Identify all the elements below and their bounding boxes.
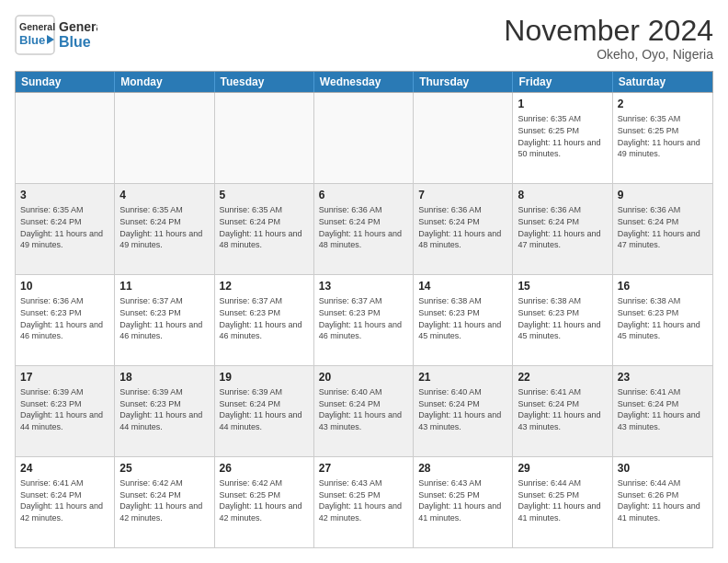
day-info: Sunrise: 6:36 AM Sunset: 6:24 PM Dayligh… <box>418 204 507 250</box>
cal-cell: 1Sunrise: 6:35 AM Sunset: 6:25 PM Daylig… <box>513 93 612 183</box>
day-info: Sunrise: 6:35 AM Sunset: 6:24 PM Dayligh… <box>20 204 109 250</box>
day-info: Sunrise: 6:44 AM Sunset: 6:26 PM Dayligh… <box>618 477 708 523</box>
cal-cell: 20Sunrise: 6:40 AM Sunset: 6:24 PM Dayli… <box>314 366 414 456</box>
cal-header-cell: Sunday <box>16 72 115 92</box>
day-info: Sunrise: 6:42 AM Sunset: 6:25 PM Dayligh… <box>220 477 309 523</box>
day-info: Sunrise: 6:36 AM Sunset: 6:23 PM Dayligh… <box>20 295 109 341</box>
cal-cell: 16Sunrise: 6:38 AM Sunset: 6:23 PM Dayli… <box>613 275 712 365</box>
cal-cell: 30Sunrise: 6:44 AM Sunset: 6:26 PM Dayli… <box>613 457 712 547</box>
cal-header-cell: Tuesday <box>215 72 314 92</box>
day-info: Sunrise: 6:35 AM Sunset: 6:24 PM Dayligh… <box>119 204 209 250</box>
day-number: 6 <box>319 188 408 202</box>
day-info: Sunrise: 6:41 AM Sunset: 6:24 PM Dayligh… <box>518 386 607 432</box>
cal-cell: 6Sunrise: 6:36 AM Sunset: 6:24 PM Daylig… <box>314 184 414 274</box>
day-info: Sunrise: 6:40 AM Sunset: 6:24 PM Dayligh… <box>319 386 408 432</box>
cal-cell: 9Sunrise: 6:36 AM Sunset: 6:24 PM Daylig… <box>613 184 712 274</box>
cal-cell: 28Sunrise: 6:43 AM Sunset: 6:25 PM Dayli… <box>414 457 513 547</box>
cal-cell: 18Sunrise: 6:39 AM Sunset: 6:23 PM Dayli… <box>115 366 214 456</box>
cal-cell: 19Sunrise: 6:39 AM Sunset: 6:24 PM Dayli… <box>215 366 314 456</box>
day-number: 12 <box>220 279 309 293</box>
day-number: 16 <box>618 279 708 293</box>
day-number: 22 <box>518 370 607 385</box>
day-number: 5 <box>220 188 309 202</box>
day-number: 10 <box>20 279 109 293</box>
day-number: 11 <box>119 279 209 293</box>
day-info: Sunrise: 6:40 AM Sunset: 6:24 PM Dayligh… <box>418 386 507 432</box>
day-info: Sunrise: 6:38 AM Sunset: 6:23 PM Dayligh… <box>518 295 607 341</box>
day-info: Sunrise: 6:36 AM Sunset: 6:24 PM Dayligh… <box>319 204 408 250</box>
svg-text:Blue: Blue <box>59 34 91 50</box>
cal-cell <box>314 93 414 183</box>
cal-cell: 4Sunrise: 6:35 AM Sunset: 6:24 PM Daylig… <box>115 184 214 274</box>
cal-cell: 10Sunrise: 6:36 AM Sunset: 6:23 PM Dayli… <box>16 275 115 365</box>
day-number: 24 <box>20 461 109 476</box>
cal-cell: 3Sunrise: 6:35 AM Sunset: 6:24 PM Daylig… <box>16 184 115 274</box>
day-number: 28 <box>418 461 507 476</box>
day-number: 21 <box>418 370 507 385</box>
day-number: 4 <box>119 188 209 202</box>
cal-cell: 17Sunrise: 6:39 AM Sunset: 6:23 PM Dayli… <box>16 366 115 456</box>
svg-text:Blue: Blue <box>19 33 45 47</box>
cal-cell: 2Sunrise: 6:35 AM Sunset: 6:25 PM Daylig… <box>613 93 712 183</box>
day-info: Sunrise: 6:44 AM Sunset: 6:25 PM Dayligh… <box>518 477 607 523</box>
day-info: Sunrise: 6:38 AM Sunset: 6:23 PM Dayligh… <box>418 295 507 341</box>
cal-cell: 29Sunrise: 6:44 AM Sunset: 6:25 PM Dayli… <box>513 457 612 547</box>
calendar-body: 1Sunrise: 6:35 AM Sunset: 6:25 PM Daylig… <box>15 93 713 548</box>
cal-week: 3Sunrise: 6:35 AM Sunset: 6:24 PM Daylig… <box>16 184 712 275</box>
cal-header-cell: Wednesday <box>314 72 414 92</box>
day-info: Sunrise: 6:41 AM Sunset: 6:24 PM Dayligh… <box>618 386 708 432</box>
svg-text:General: General <box>59 19 97 34</box>
cal-week: 17Sunrise: 6:39 AM Sunset: 6:23 PM Dayli… <box>16 366 712 457</box>
cal-cell: 15Sunrise: 6:38 AM Sunset: 6:23 PM Dayli… <box>513 275 612 365</box>
header: General Blue General Blue November 2024 … <box>15 15 713 62</box>
cal-cell: 12Sunrise: 6:37 AM Sunset: 6:23 PM Dayli… <box>215 275 314 365</box>
svg-text:General: General <box>19 21 55 32</box>
cal-cell: 7Sunrise: 6:36 AM Sunset: 6:24 PM Daylig… <box>414 184 513 274</box>
day-info: Sunrise: 6:36 AM Sunset: 6:24 PM Dayligh… <box>518 204 607 250</box>
cal-cell <box>115 93 214 183</box>
title-block: November 2024 Okeho, Oyo, Nigeria <box>504 15 713 62</box>
cal-cell: 21Sunrise: 6:40 AM Sunset: 6:24 PM Dayli… <box>414 366 513 456</box>
cal-cell: 5Sunrise: 6:35 AM Sunset: 6:24 PM Daylig… <box>215 184 314 274</box>
day-number: 3 <box>20 188 109 202</box>
day-info: Sunrise: 6:35 AM Sunset: 6:25 PM Dayligh… <box>618 113 708 159</box>
day-number: 29 <box>518 461 607 476</box>
cal-cell: 13Sunrise: 6:37 AM Sunset: 6:23 PM Dayli… <box>314 275 414 365</box>
day-number: 23 <box>618 370 708 385</box>
day-info: Sunrise: 6:39 AM Sunset: 6:24 PM Dayligh… <box>220 386 309 432</box>
day-number: 15 <box>518 279 607 293</box>
day-info: Sunrise: 6:37 AM Sunset: 6:23 PM Dayligh… <box>220 295 309 341</box>
cal-cell <box>414 93 513 183</box>
day-info: Sunrise: 6:42 AM Sunset: 6:24 PM Dayligh… <box>119 477 209 523</box>
day-number: 25 <box>119 461 209 476</box>
day-info: Sunrise: 6:43 AM Sunset: 6:25 PM Dayligh… <box>418 477 507 523</box>
day-info: Sunrise: 6:35 AM Sunset: 6:24 PM Dayligh… <box>220 204 309 250</box>
day-number: 13 <box>319 279 408 293</box>
cal-header-cell: Monday <box>115 72 214 92</box>
day-number: 20 <box>319 370 408 385</box>
calendar-header: SundayMondayTuesdayWednesdayThursdayFrid… <box>15 71 713 93</box>
day-info: Sunrise: 6:35 AM Sunset: 6:25 PM Dayligh… <box>518 113 607 159</box>
cal-header-cell: Friday <box>513 72 612 92</box>
cal-cell: 26Sunrise: 6:42 AM Sunset: 6:25 PM Dayli… <box>215 457 314 547</box>
day-number: 17 <box>20 370 109 385</box>
day-info: Sunrise: 6:37 AM Sunset: 6:23 PM Dayligh… <box>119 295 209 341</box>
day-info: Sunrise: 6:39 AM Sunset: 6:23 PM Dayligh… <box>20 386 109 432</box>
day-number: 18 <box>119 370 209 385</box>
cal-cell: 27Sunrise: 6:43 AM Sunset: 6:25 PM Dayli… <box>314 457 414 547</box>
day-info: Sunrise: 6:39 AM Sunset: 6:23 PM Dayligh… <box>119 386 209 432</box>
day-info: Sunrise: 6:37 AM Sunset: 6:23 PM Dayligh… <box>319 295 408 341</box>
day-number: 1 <box>518 97 607 111</box>
cal-header-cell: Thursday <box>414 72 513 92</box>
calendar: SundayMondayTuesdayWednesdayThursdayFrid… <box>15 71 713 548</box>
cal-cell: 22Sunrise: 6:41 AM Sunset: 6:24 PM Dayli… <box>513 366 612 456</box>
page: General Blue General Blue November 2024 … <box>0 0 728 563</box>
day-number: 14 <box>418 279 507 293</box>
subtitle: Okeho, Oyo, Nigeria <box>504 47 713 62</box>
day-number: 19 <box>220 370 309 385</box>
day-info: Sunrise: 6:41 AM Sunset: 6:24 PM Dayligh… <box>20 477 109 523</box>
cal-week: 1Sunrise: 6:35 AM Sunset: 6:25 PM Daylig… <box>16 93 712 184</box>
day-number: 8 <box>518 188 607 202</box>
cal-cell <box>16 93 115 183</box>
day-info: Sunrise: 6:38 AM Sunset: 6:23 PM Dayligh… <box>618 295 708 341</box>
